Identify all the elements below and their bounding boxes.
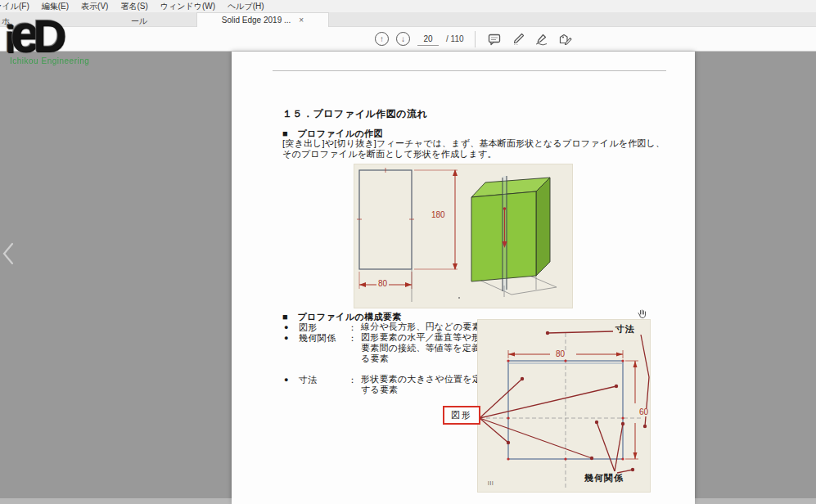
comment-icon[interactable] <box>486 31 503 47</box>
tab-tools-partial[interactable]: ール <box>131 16 147 27</box>
bullet-term-dimension: 寸法 <box>299 374 318 386</box>
page-total-label: / 110 <box>446 34 464 43</box>
hand-cursor-icon <box>636 308 648 323</box>
menu-bar: ファイル(F) 編集(E) 表示(V) 署名(S) ウィンドウ(W) ヘルプ(H… <box>0 0 816 12</box>
menu-item-edit[interactable]: 編集(E) <box>42 1 69 12</box>
menu-item-help[interactable]: ヘルプ(H) <box>228 1 264 12</box>
dim-label-60: 60 <box>638 408 650 416</box>
page-number-input[interactable] <box>417 33 439 46</box>
label-shape: 図形 <box>451 409 472 421</box>
page-heading: １５．プロファイル作図の流れ <box>282 107 427 121</box>
bullet-desc-geometry: 図形要素の水平／垂直等や形状要素間の接続、等値等を定義する要素 <box>361 332 492 364</box>
arrow-up-icon: ↑ <box>380 34 384 43</box>
menu-item-view[interactable]: 表示(V) <box>81 1 108 12</box>
bottom-edge-strip <box>0 498 816 504</box>
label-geometric-relation: 幾何関係 <box>584 472 624 484</box>
fill-sign-icon[interactable] <box>557 31 574 47</box>
menu-item-window[interactable]: ウィンドウ(W) <box>160 1 215 12</box>
dim-label-80: 80 <box>376 280 389 288</box>
label-dimension: 寸法 <box>615 323 635 335</box>
tab-document[interactable]: Solid Edge 2019 ... × <box>196 12 329 27</box>
bullet-marker: ● <box>284 376 288 384</box>
dim-label-180: 180 <box>430 211 447 219</box>
acrobat-window: ファイル(F) 編集(E) 表示(V) 署名(S) ウィンドウ(W) ヘルプ(H… <box>0 0 816 504</box>
page-header-rule <box>273 70 666 71</box>
bullet-separator: ： <box>348 332 357 344</box>
page-up-button[interactable]: ↑ <box>375 32 389 46</box>
tab-close-icon[interactable]: × <box>299 16 304 25</box>
tab-bar: ホ ール Solid Edge 2019 ... × <box>0 12 816 27</box>
bullet-desc-shape: 線分や長方形、円などの要素 <box>361 322 492 332</box>
bullet-desc-dimension: 形状要素の大きさや位置を定義する要素 <box>361 374 492 395</box>
signature-pen-icon[interactable] <box>534 31 550 47</box>
previous-page-chevron[interactable] <box>2 241 15 269</box>
pdf-page: １５．プロファイル作図の流れ ■ プロファイルの作図 [突き出し]や[切り抜き]… <box>232 52 695 504</box>
bullet-term-geometry: 幾何関係 <box>299 332 336 344</box>
toolbar: ↑ ↓ / 110 <box>0 27 816 52</box>
menu-item-file[interactable]: ファイル(F) <box>0 1 29 12</box>
section-body-text: [突き出し]や[切り抜き]フィーチャでは、まず、基本断面形状となるプロファイルを… <box>282 138 670 160</box>
page-down-button[interactable]: ↓ <box>396 32 410 46</box>
toolbar-divider <box>475 31 476 47</box>
figure-footnote: lll <box>488 480 494 486</box>
bullet-separator: ： <box>348 374 357 386</box>
bullet-marker: ● <box>284 334 288 342</box>
menu-item-sign[interactable]: 署名(S) <box>120 1 147 12</box>
document-area: １５．プロファイル作図の流れ ■ プロファイルの作図 [突き出し]や[切り抜き]… <box>0 52 816 504</box>
label-shape-box: 図形 <box>443 406 480 425</box>
dim-label-80: 80 <box>554 350 566 358</box>
tab-home-partial[interactable]: ホ <box>2 16 10 27</box>
tab-document-label: Solid Edge 2019 ... <box>222 16 291 25</box>
highlight-pen-icon[interactable] <box>510 31 526 47</box>
figure-sketch-elements: 寸法 幾何関係 80 60 lll <box>477 319 651 493</box>
figure-profile-extrude: 180 80 <box>354 164 573 308</box>
arrow-down-icon: ↓ <box>401 34 405 43</box>
bullet-marker: ● <box>284 323 288 331</box>
